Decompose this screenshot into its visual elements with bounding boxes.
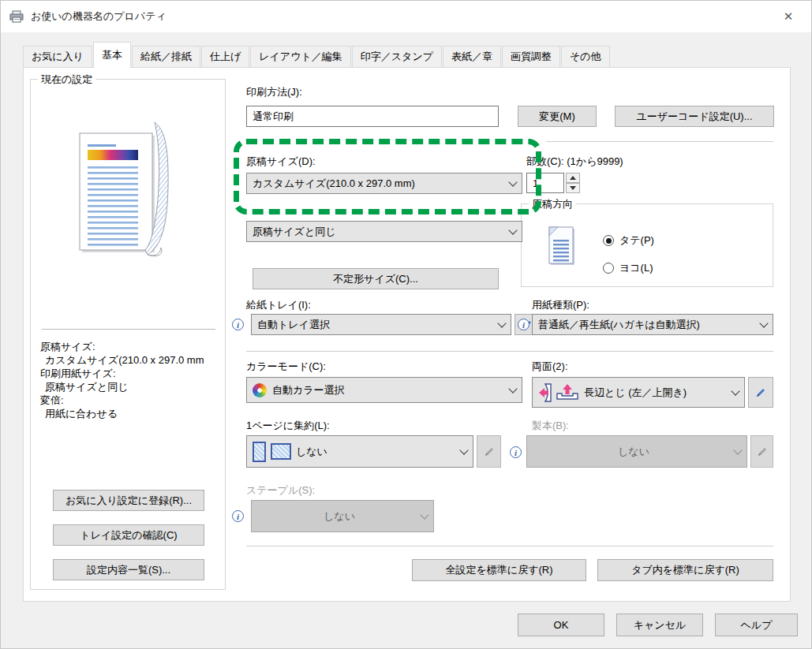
paper-size-select[interactable]: 原稿サイズと同じ (246, 221, 522, 242)
orientation-legend: 原稿方向 (529, 197, 576, 211)
combine-value: しない (296, 445, 327, 459)
staple-info-icon[interactable]: i (232, 510, 244, 522)
orientation-portrait-radio[interactable]: タテ(P) (603, 233, 654, 248)
pencil-icon (483, 446, 496, 458)
copies-value: 1 (533, 177, 538, 189)
input-tray-select[interactable]: 自動トレイ選択 (251, 314, 511, 335)
reset-tab-button[interactable]: タブ内を標準に戻す(R) (597, 559, 773, 581)
help-button[interactable]: ヘルプ (715, 614, 798, 636)
color-wheel-icon (253, 383, 267, 397)
chevron-down-icon (731, 386, 739, 395)
radio-unchecked-icon (603, 263, 614, 274)
chevron-down-icon (459, 446, 468, 454)
copies-field[interactable]: 1 (526, 173, 564, 193)
duplex-open-icon (556, 383, 579, 402)
title-bar: お使いの機器名のプロパティ ✕ (1, 1, 811, 32)
tab-cover-chapter[interactable]: 表紙／章 (443, 46, 501, 67)
summary-scaling-label: 変倍: (40, 394, 204, 407)
stepper-down-icon[interactable] (566, 183, 580, 193)
document-size-value: カスタムサイズ(210.0 x 297.0 mm) (253, 177, 415, 191)
summary-paper-size-value: 原稿サイズと同じ (40, 380, 204, 394)
user-code-settings-button[interactable]: ユーザーコード設定(U)... (615, 106, 774, 127)
duplex-select[interactable]: 長辺とじ (左／上開き) (532, 377, 745, 408)
duplex-edit-button[interactable] (748, 377, 773, 408)
copies-label: 部数(C): (1から9999) (526, 155, 623, 169)
input-tray-value: 自動トレイ選択 (257, 318, 330, 332)
paper-type-info-icon[interactable]: i (518, 319, 529, 330)
paper-type-select[interactable]: 普通紙／再生紙(ハガキは自動選択) (532, 314, 773, 335)
chevron-down-icon (508, 177, 517, 186)
combine-select[interactable]: しない (246, 435, 473, 468)
duplex-flip-icon (538, 382, 552, 403)
booklet-label: 製本(B): (532, 419, 569, 433)
ok-button[interactable]: OK (518, 614, 604, 636)
mid-separator (246, 351, 773, 352)
tray-settings-check-button[interactable]: トレイ設定の確認(C) (53, 524, 204, 546)
tab-print-stamp[interactable]: 印字／スタンプ (352, 46, 442, 67)
color-mode-value: 自動カラー選択 (272, 383, 345, 397)
tab-finishing[interactable]: 仕上げ (201, 46, 249, 67)
basic-tab-page: 現在の設定 (23, 67, 791, 602)
print-method-field[interactable]: 通常印刷 (246, 106, 499, 127)
orientation-landscape-radio[interactable]: ヨコ(L) (603, 261, 653, 275)
staple-select: しない (251, 500, 434, 532)
print-method-label: 印刷方法(J): (246, 85, 302, 99)
copies-stepper (566, 173, 580, 193)
summary-doc-size-label: 原稿サイズ: (40, 340, 204, 353)
tab-basic[interactable]: 基本 (93, 42, 131, 68)
current-settings-summary: 原稿サイズ: カスタムサイズ(210.0 x 297.0 mm 印刷用紙サイズ:… (40, 340, 204, 420)
booklet-select: しない (526, 435, 747, 468)
tab-layout-edit[interactable]: レイアウト／編集 (250, 46, 351, 67)
register-favorites-button[interactable]: お気に入り設定に登録(R)... (53, 490, 204, 511)
reset-all-button[interactable]: 全設定を標準に戻す(R) (412, 559, 586, 581)
chevron-down-icon (508, 384, 517, 393)
input-tray-info-icon[interactable]: i (232, 319, 244, 330)
pencil-icon (754, 386, 767, 399)
close-icon[interactable]: ✕ (772, 5, 805, 28)
orientation-group: 原稿方向 タテ(P) ヨコ(L) (521, 203, 773, 287)
booklet-info-icon[interactable]: i (510, 446, 522, 458)
window-title: お使いの機器名のプロパティ (31, 9, 167, 24)
chevron-down-icon (420, 510, 428, 519)
document-size-select[interactable]: カスタムサイズ(210.0 x 297.0 mm) (246, 173, 522, 194)
stepper-up-icon[interactable] (566, 173, 580, 183)
color-mode-label: カラーモード(C): (246, 360, 326, 374)
left-panel-separator (42, 329, 215, 330)
staple-label: ステープル(S): (246, 483, 315, 498)
tab-paper-feed[interactable]: 給紙／排紙 (132, 46, 200, 67)
duplex-value: 長辺とじ (左／上開き) (584, 386, 687, 400)
paper-size-value: 原稿サイズと同じ (253, 225, 336, 239)
paper-type-value: 普通紙／再生紙(ハガキは自動選択) (538, 318, 700, 332)
tab-strip: お気に入り 基本 給紙／排紙 仕上げ レイアウト／編集 印字／スタンプ 表紙／章… (23, 42, 611, 67)
printer-properties-dialog: お使いの機器名のプロパティ ✕ お気に入り 基本 給紙／排紙 仕上げ レイアウト… (0, 0, 812, 649)
duplex-label: 両面(2): (532, 360, 568, 374)
portrait-page-icon (545, 225, 578, 269)
printer-icon (9, 10, 24, 24)
color-mode-select[interactable]: 自動カラー選択 (246, 377, 522, 403)
tab-favorites[interactable]: お気に入り (23, 46, 92, 67)
document-preview (69, 111, 191, 273)
cancel-button[interactable]: キャンセル (616, 614, 703, 636)
change-button[interactable]: 変更(M) (518, 106, 597, 127)
summary-scaling-value: 用紙に合わせる (40, 407, 204, 420)
page-portrait-icon (253, 442, 266, 462)
settings-list-button[interactable]: 設定内容一覧(S)... (53, 559, 204, 580)
booklet-value: しない (533, 445, 735, 459)
orientation-landscape-label: ヨコ(L) (619, 261, 653, 275)
tab-others[interactable]: その他 (561, 46, 610, 67)
document-size-label: 原稿サイズ(D): (246, 155, 316, 169)
custom-size-button[interactable]: 不定形サイズ(C)... (253, 268, 499, 289)
summary-doc-size-value: カスタムサイズ(210.0 x 297.0 mm (40, 353, 204, 367)
current-settings-group: 現在の設定 (30, 79, 226, 590)
summary-paper-size-label: 印刷用紙サイズ: (40, 367, 204, 380)
bottom-separator (246, 546, 773, 546)
orientation-portrait-label: タテ(P) (619, 233, 654, 248)
chevron-down-icon (759, 319, 768, 327)
pencil-icon (756, 446, 769, 458)
radio-checked-icon (603, 235, 614, 246)
tab-image-quality[interactable]: 画質調整 (502, 46, 560, 67)
page-landscape-icon (271, 443, 291, 460)
paper-type-label: 用紙種類(P): (532, 298, 589, 312)
print-method-value: 通常印刷 (253, 110, 294, 124)
top-right-separator (546, 141, 773, 142)
